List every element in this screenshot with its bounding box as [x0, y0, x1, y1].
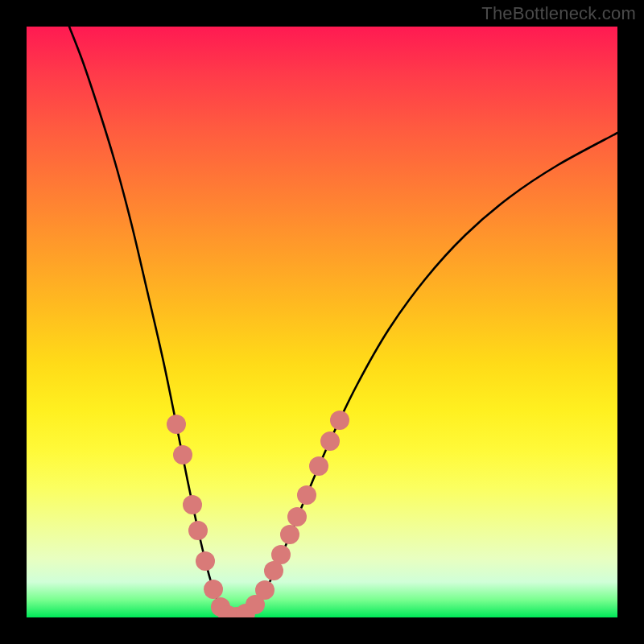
marker-dot	[271, 545, 291, 564]
curve-overlay	[27, 27, 617, 617]
marker-dot	[196, 551, 215, 571]
marker-dot	[280, 525, 299, 544]
marker-dot	[183, 495, 202, 514]
marker-dot	[173, 445, 192, 464]
marker-dot	[167, 415, 186, 434]
chart-container: TheBottleneck.com	[0, 0, 644, 644]
marker-dot	[309, 456, 328, 476]
bottleneck-curve	[69, 27, 617, 617]
plot-area	[27, 27, 617, 617]
marker-dot	[188, 521, 208, 540]
marker-dot	[297, 485, 316, 505]
watermark-text: TheBottleneck.com	[481, 3, 636, 24]
marker-dot	[330, 411, 349, 430]
marker-dot	[287, 507, 307, 526]
marker-dot	[255, 580, 275, 600]
marker-dot	[320, 431, 340, 451]
curve-markers	[167, 411, 349, 617]
marker-dot	[204, 580, 223, 599]
